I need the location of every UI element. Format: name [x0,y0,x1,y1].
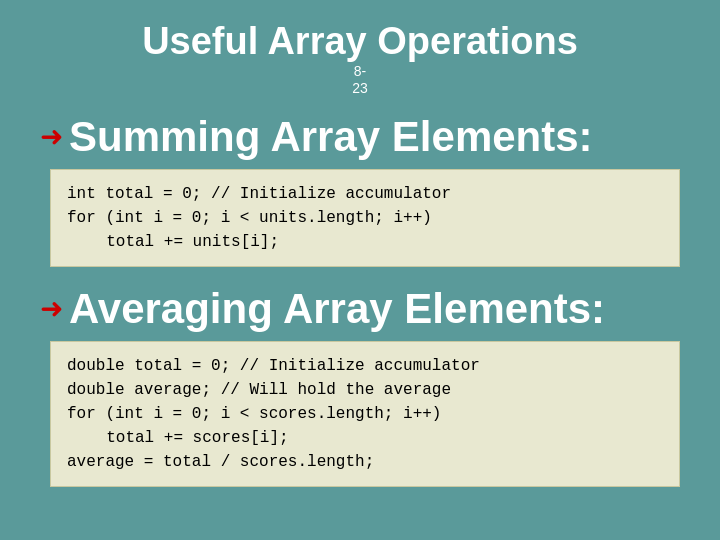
slide-number: 8- 23 [40,63,680,97]
section1-code-block: int total = 0; // Initialize accumulator… [50,169,680,267]
code-line: for (int i = 0; i < scores.length; i++) [67,402,663,426]
code-line: total += units[i]; [67,230,663,254]
code-line: double total = 0; // Initialize accumula… [67,354,663,378]
section2-title: Averaging Array Elements: [69,285,605,333]
title-area: Useful Array Operations 8- 23 [40,20,680,109]
section1-heading: ➜ Summing Array Elements: [40,113,680,161]
code-line: int total = 0; // Initialize accumulator [67,182,663,206]
bullet-icon-1: ➜ [40,120,63,153]
section2-code-block: double total = 0; // Initialize accumula… [50,341,680,487]
code-line: double average; // Will hold the average [67,378,663,402]
section1-title: Summing Array Elements: [69,113,593,161]
section2-heading: ➜ Averaging Array Elements: [40,285,680,333]
page-title: Useful Array Operations [40,20,680,63]
bullet-icon-2: ➜ [40,292,63,325]
code-line: average = total / scores.length; [67,450,663,474]
code-line: total += scores[i]; [67,426,663,450]
slide: Useful Array Operations 8- 23 ➜ Summing … [0,0,720,540]
code-line: for (int i = 0; i < units.length; i++) [67,206,663,230]
